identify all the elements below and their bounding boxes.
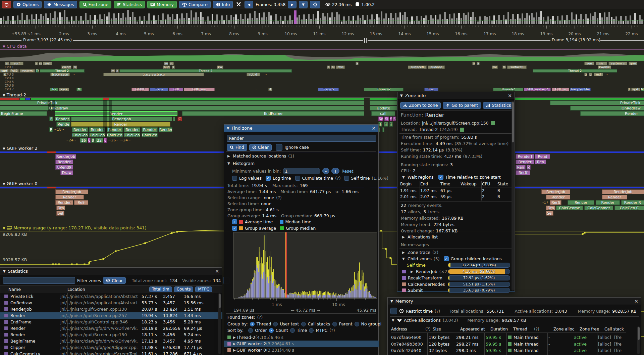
timeline-zone[interactable]: CalcGeome	[556, 206, 583, 210]
free-callstack-link[interactable]: [fre	[614, 342, 622, 347]
cpu-zone[interactable]: kw	[217, 65, 223, 69]
self-time-checkbox[interactable]	[344, 176, 349, 181]
timeline-zone[interactable]: C	[88, 138, 91, 143]
timeline-zone[interactable]: Update	[370, 106, 397, 110]
frame-label[interactable]: Frame 3,194 (13.92 ms)	[552, 38, 600, 42]
find-zone-histogram[interactable]	[233, 232, 377, 299]
timeline-zone[interactable]: Ren	[535, 160, 546, 164]
timeline-zone[interactable]: OnRedraw	[570, 106, 644, 110]
timeline-zone[interactable]: T	[389, 122, 393, 127]
timeline-zone[interactable]: 8	[91, 138, 95, 143]
cpu-zone[interactable]: GUIF wor	[184, 88, 215, 91]
timeline-zone[interactable]: EndFrame	[182, 111, 364, 116]
cpu-zone[interactable]: rot_d	[247, 73, 260, 76]
wait-col-wakeup[interactable]: Wakeup	[461, 182, 480, 186]
timeline-zone[interactable]: Render	[124, 127, 140, 132]
cpu-zone[interactable]: Thread-2	[364, 88, 404, 91]
thread-value[interactable]: Thread-2	[419, 127, 438, 132]
cpu-zone[interactable]: kw.gm	[61, 65, 71, 69]
cpu-zone[interactable]: Thread-2	[493, 88, 523, 91]
cpu-zone[interactable]: rol	[492, 65, 498, 69]
cpu-zone[interactable]: Tracy S	[318, 88, 339, 91]
time-ruler[interactable]: +55.83 s 1 ms 2 ms 3 ms 4 ms 5 ms 6 ms 7…	[0, 26, 644, 37]
cpu-zone[interactable]: M	[641, 88, 644, 91]
col-appeared-at[interactable]: Appeared at	[460, 327, 488, 331]
cpu-data-header[interactable]: ▼ CPU data	[3, 44, 27, 49]
cpu-zone[interactable]: s	[172, 65, 175, 69]
cpu-zone[interactable]: a	[477, 62, 480, 65]
alloc-callstack-link[interactable]: [alloc]	[598, 348, 614, 353]
col-call-stack[interactable]: Call stack	[604, 327, 624, 331]
timeline-zone[interactable]: T	[378, 122, 382, 127]
cpu-zone[interactable]: md	[594, 73, 603, 76]
column-header-counts[interactable]: Counts	[174, 286, 194, 292]
timeline-zone[interactable]: CalcGeomet	[584, 206, 613, 210]
cpu-zone[interactable]: ss	[39, 62, 42, 65]
timeline-zone[interactable]: Render R	[621, 200, 644, 205]
min-bin-decrease-button[interactable]: -	[322, 168, 329, 174]
timeline-zone[interactable]: C	[104, 138, 107, 143]
frame-popup-button[interactable]: ▼	[299, 1, 308, 8]
timeline-zone[interactable]: Render	[71, 122, 170, 127]
tools-button[interactable]	[235, 1, 242, 8]
statistics-row[interactable]: Render jni/../jni/src/guif/Screen.cpp:15…	[0, 331, 222, 338]
cpu-zone[interactable]: au	[169, 62, 174, 65]
timeline-zone[interactable]: Render	[55, 111, 177, 116]
cpu-zone[interactable]: e	[589, 73, 592, 76]
timeline-zone[interactable]: PrivateTick	[550, 100, 644, 105]
timeline-zone[interactable]: S	[390, 117, 392, 121]
goto-frame-button[interactable]	[310, 1, 320, 8]
cpu-zone[interactable]: s	[35, 62, 38, 65]
cpu-zone[interactable]: tracy_systrace	[103, 73, 204, 76]
free-callstack-link[interactable]: [fre	[614, 348, 622, 353]
info-button[interactable]: Info	[213, 1, 233, 8]
cpu-zone[interactable]: tracy_sysn	[50, 73, 70, 76]
find-zone-query-input[interactable]	[227, 135, 376, 142]
timeline-zone[interactable]: CalcGeome	[89, 133, 105, 137]
allocation-row[interactable]: 0x7dfc53d898 8 bytes 298.34 ms 59.95 s M…	[391, 354, 626, 355]
timeline-zone[interactable]: S	[393, 117, 396, 121]
cpu-zone[interactable]: system	[19, 69, 35, 73]
log-values-checkbox[interactable]	[232, 176, 237, 181]
timeline-zone[interactable]: Rend	[535, 154, 550, 159]
timeline-zone[interactable]: Render	[55, 117, 70, 121]
next-frame-button[interactable]: ▶	[288, 1, 297, 8]
zone-info-scrollbar[interactable]	[512, 101, 514, 291]
cpu-zone[interactable]: surfacefl	[408, 65, 427, 69]
cpu-zone[interactable]: sen	[584, 62, 594, 65]
log-time-checkbox[interactable]: ✓	[266, 176, 271, 181]
close-icon[interactable]: ✕	[372, 126, 376, 131]
prev-frame-button[interactable]: ◀	[245, 1, 253, 8]
timeline-zone[interactable]	[382, 127, 384, 132]
timeline-zone[interactable]: Re5	[74, 200, 88, 205]
cpu-zone[interactable]: surf	[0, 69, 9, 73]
column-header-totaltime[interactable]: Total tim	[149, 286, 172, 292]
cpu-zone[interactable]: l	[628, 88, 631, 91]
timeline-zone[interactable]: Render	[596, 200, 620, 205]
zone-group-row[interactable]: ▶ GUIF worker 0 (3,231) 4.48 s	[224, 347, 379, 353]
min-bin-input[interactable]	[283, 168, 320, 174]
histogram-range-span[interactable]: ← 45.72 ms →	[291, 308, 320, 313]
cpu-zone[interactable]: grm	[629, 62, 637, 65]
wait-col-begin[interactable]: Begin	[400, 182, 418, 186]
free-callstack-link[interactable]: [fre	[614, 335, 622, 340]
sort-by-time-radio[interactable]	[290, 328, 295, 333]
zoom-to-zone-button[interactable]: Zoom to zone	[400, 102, 441, 109]
find-button[interactable]: Find	[227, 144, 247, 151]
statistics-titlebar[interactable]: ▼ Statistics ✕	[0, 268, 222, 275]
cpu-zone[interactable]: GGUIF	[131, 88, 149, 91]
power-button[interactable]	[2, 1, 11, 8]
child-zone-row[interactable]: Submit	[402, 288, 423, 293]
compare-button[interactable]: Compare	[179, 1, 211, 8]
wait-col-state[interactable]: State	[497, 182, 511, 186]
timeline-zone[interactable]: Render	[602, 195, 627, 199]
draw-group-avg-med-checkbox[interactable]: ✓	[232, 226, 237, 231]
group-by-thread-radio[interactable]	[250, 322, 255, 326]
timeline-zone[interactable]: Render	[55, 195, 84, 199]
zone-group-row[interactable]: ▶ GUIF worker 2 (3,296) 4.61 s	[224, 341, 379, 347]
wait-col-time[interactable]: Time	[440, 182, 459, 186]
timeline-zone[interactable]: Si	[384, 117, 389, 121]
timeline-zone[interactable]: Dra	[546, 206, 555, 210]
go-to-parent-button[interactable]: Go to parent	[443, 102, 481, 109]
close-icon[interactable]: ✕	[508, 93, 512, 98]
